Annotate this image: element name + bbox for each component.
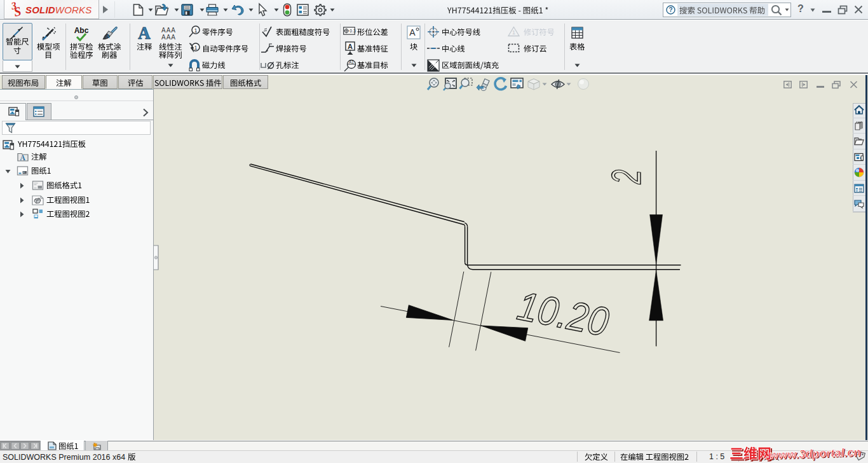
svg-text:2: 2	[604, 170, 649, 185]
svg-text:10.20: 10.20	[514, 282, 613, 345]
svg-text:AAA: AAA	[161, 27, 176, 34]
svg-text:1: 1	[194, 27, 197, 34]
svg-text:A: A	[348, 43, 353, 50]
svg-text:1: 1	[512, 29, 515, 36]
svg-text:A: A	[105, 33, 110, 39]
svg-text:?: ?	[668, 6, 672, 13]
svg-text:S: S	[13, 4, 22, 19]
svg-text:AAA: AAA	[161, 34, 176, 41]
svg-text:A1: A1	[349, 60, 354, 64]
svg-text:1: 1	[194, 45, 197, 51]
svg-text:A: A	[20, 154, 25, 162]
svg-text:0.3: 0.3	[349, 29, 356, 33]
svg-text:A: A	[138, 24, 151, 43]
svg-text:A: A	[409, 27, 416, 38]
